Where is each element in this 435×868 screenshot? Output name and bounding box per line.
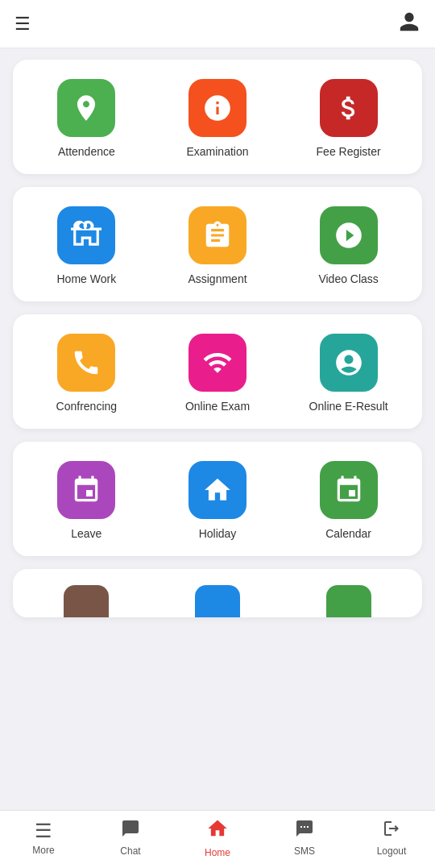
menu-grid-1: Attendence Examination Fee Register bbox=[21, 79, 414, 158]
calendar-icon bbox=[320, 461, 378, 519]
nav-item-more[interactable]: ☰ More bbox=[19, 820, 68, 856]
examination-label: Examination bbox=[186, 145, 248, 158]
card-row-5-partial bbox=[13, 569, 422, 617]
menu-item-examination[interactable]: Examination bbox=[173, 79, 262, 158]
card-row-3: Confrencing Online Exam Online E-Result bbox=[13, 314, 422, 429]
video-class-icon bbox=[320, 206, 378, 264]
header: ☰ bbox=[0, 0, 435, 48]
attendence-label: Attendence bbox=[58, 145, 115, 158]
holiday-label: Holiday bbox=[199, 527, 237, 540]
conferencing-icon bbox=[57, 334, 115, 392]
conferencing-label: Confrencing bbox=[56, 400, 118, 413]
partial-icon-3 bbox=[326, 585, 371, 617]
online-eresult-icon bbox=[320, 334, 378, 392]
sms-nav-icon bbox=[295, 819, 314, 843]
home-work-icon bbox=[57, 206, 115, 264]
menu-grid-5 bbox=[21, 585, 414, 617]
menu-item-partial-1[interactable] bbox=[42, 585, 130, 617]
menu-item-conferencing[interactable]: Confrencing bbox=[42, 334, 130, 413]
nav-item-sms[interactable]: SMS bbox=[280, 819, 329, 857]
partial-icon-1 bbox=[64, 585, 109, 617]
nav-item-chat[interactable]: Chat bbox=[106, 819, 155, 857]
menu-item-attendence[interactable]: Attendence bbox=[42, 79, 130, 158]
fee-register-icon bbox=[320, 79, 378, 137]
menu-item-video-class[interactable]: Video Class bbox=[304, 206, 393, 285]
card-row-2: Home Work Assignment Video Class bbox=[13, 187, 422, 301]
menu-item-calendar[interactable]: Calendar bbox=[304, 461, 393, 540]
profile-icon[interactable] bbox=[398, 10, 420, 38]
main-content: Attendence Examination Fee Register bbox=[0, 48, 435, 690]
menu-grid-2: Home Work Assignment Video Class bbox=[21, 206, 414, 285]
assignment-label: Assignment bbox=[188, 272, 246, 285]
card-row-1: Attendence Examination Fee Register bbox=[13, 60, 422, 174]
chat-nav-label: Chat bbox=[120, 845, 140, 857]
online-exam-icon bbox=[188, 334, 246, 392]
sms-nav-label: SMS bbox=[294, 845, 315, 857]
video-class-label: Video Class bbox=[318, 272, 378, 285]
leave-label: Leave bbox=[71, 527, 102, 540]
menu-item-leave[interactable]: Leave bbox=[42, 461, 130, 540]
menu-item-fee-register[interactable]: Fee Register bbox=[304, 79, 393, 158]
home-work-label: Home Work bbox=[57, 272, 117, 285]
menu-item-home-work[interactable]: Home Work bbox=[42, 206, 130, 285]
online-exam-label: Online Exam bbox=[185, 400, 250, 413]
menu-item-partial-2[interactable] bbox=[173, 585, 262, 617]
menu-grid-4: Leave Holiday Calendar bbox=[21, 461, 414, 540]
card-row-4: Leave Holiday Calendar bbox=[13, 442, 422, 556]
home-nav-icon bbox=[206, 817, 229, 845]
holiday-icon bbox=[188, 461, 246, 519]
hamburger-icon[interactable]: ☰ bbox=[14, 14, 31, 35]
nav-item-home[interactable]: Home bbox=[193, 817, 242, 858]
fee-register-label: Fee Register bbox=[317, 145, 381, 158]
menu-grid-3: Confrencing Online Exam Online E-Result bbox=[21, 334, 414, 413]
nav-item-logout[interactable]: Logout bbox=[367, 819, 416, 857]
leave-icon bbox=[57, 461, 115, 519]
home-nav-label: Home bbox=[205, 847, 230, 858]
menu-item-online-eresult[interactable]: Online E-Result bbox=[304, 334, 393, 413]
chat-nav-icon bbox=[121, 819, 140, 843]
logout-nav-label: Logout bbox=[377, 845, 407, 857]
logout-nav-icon bbox=[382, 819, 401, 843]
menu-item-holiday[interactable]: Holiday bbox=[173, 461, 262, 540]
more-nav-icon: ☰ bbox=[35, 820, 52, 842]
more-nav-label: More bbox=[32, 845, 54, 856]
menu-item-partial-3[interactable] bbox=[304, 585, 393, 617]
examination-icon bbox=[188, 79, 246, 137]
partial-icon-2 bbox=[195, 585, 240, 617]
menu-item-assignment[interactable]: Assignment bbox=[173, 206, 262, 285]
menu-item-online-exam[interactable]: Online Exam bbox=[173, 334, 262, 413]
calendar-label: Calendar bbox=[325, 527, 371, 540]
bottom-nav: ☰ More Chat Home SMS Logout bbox=[0, 810, 435, 868]
attendence-icon bbox=[57, 79, 115, 137]
online-eresult-label: Online E-Result bbox=[309, 400, 388, 413]
assignment-icon bbox=[188, 206, 246, 264]
